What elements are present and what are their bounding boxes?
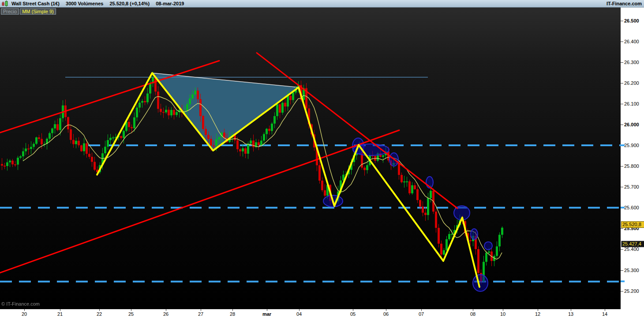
watermark: © IT-Finance.com xyxy=(1,301,40,307)
y-axis-label: 25.300 xyxy=(624,268,639,273)
x-axis-tick xyxy=(605,309,605,311)
y-axis-label: 25.400 xyxy=(624,246,639,252)
y-axis-tick xyxy=(621,270,623,271)
x-axis-label: mar xyxy=(262,311,271,317)
price-chart-canvas[interactable] xyxy=(0,8,621,309)
instrument-title: Wall Street Cash (1€) xyxy=(11,1,60,6)
y-axis-tick xyxy=(621,125,623,125)
x-axis-tick xyxy=(201,309,201,311)
time-axis[interactable]: 20212225262728mar040506070810121314 xyxy=(0,309,621,318)
y-axis-tick xyxy=(621,249,623,250)
y-axis-label: 25.200 xyxy=(624,288,639,294)
x-axis-label: 06 xyxy=(383,311,389,317)
y-axis-label: 26.300 xyxy=(624,60,639,65)
last-price-change: 25.520,8 (+0,14%) xyxy=(109,1,150,6)
y-axis-tick xyxy=(621,228,623,229)
x-axis-tick xyxy=(473,309,473,311)
x-axis-tick xyxy=(24,309,25,311)
x-axis-tick xyxy=(421,309,422,311)
y-axis-label: 26.500 xyxy=(624,18,639,23)
y-axis-tick xyxy=(621,62,623,63)
y-axis-tick xyxy=(621,83,623,83)
x-axis-tick xyxy=(538,309,538,311)
x-axis-tick xyxy=(353,309,353,311)
x-axis-label: 13 xyxy=(568,311,573,317)
y-axis-tick xyxy=(621,42,623,42)
x-axis-label: 05 xyxy=(350,311,356,317)
x-axis-label: 10 xyxy=(500,311,505,317)
header-bar: Wall Street Cash (1€) 3000 Volúmenes 25.… xyxy=(0,0,644,8)
x-axis-tick xyxy=(99,309,100,311)
x-axis-tick xyxy=(166,309,166,311)
x-axis-label: 28 xyxy=(230,311,235,317)
x-axis-label: 27 xyxy=(198,311,203,317)
level-marker xyxy=(621,207,625,208)
x-axis-tick xyxy=(232,309,233,311)
x-axis-label: 12 xyxy=(535,311,540,317)
price-axis[interactable]: 25.520,8 25.427,4 26.50026.40026.30026.2… xyxy=(621,8,644,318)
y-axis-label: 25.800 xyxy=(624,163,639,169)
y-axis-tick xyxy=(621,291,623,292)
x-axis-tick xyxy=(267,309,267,311)
x-axis-label: 26 xyxy=(163,311,168,317)
indicator-tags: Precio MM (Simple 9) xyxy=(1,8,56,15)
candlestick-icon xyxy=(1,0,9,7)
x-axis-tick xyxy=(299,309,300,311)
level-marker xyxy=(621,280,625,282)
x-axis-label: 08 xyxy=(470,311,476,317)
x-axis-label: 07 xyxy=(419,311,424,317)
y-axis-label: 25.900 xyxy=(624,143,639,148)
moving-average-price-box: 25.427,4 xyxy=(621,241,644,247)
moving-average-tag[interactable]: MM (Simple 9) xyxy=(20,8,56,15)
x-axis-label: 22 xyxy=(97,311,102,317)
x-axis-label: 21 xyxy=(57,311,63,317)
y-axis-tick xyxy=(621,104,623,104)
y-axis-tick xyxy=(621,166,623,167)
x-axis-label: 04 xyxy=(296,311,302,317)
last-price-box: 25.520,8 xyxy=(621,221,644,228)
x-axis-label: 25 xyxy=(128,311,134,317)
date-label: 08-mar-2019 xyxy=(156,1,184,6)
level-marker xyxy=(621,144,625,146)
volume-label: 3000 Volúmenes xyxy=(66,1,103,6)
x-axis-tick xyxy=(386,309,386,311)
chart-window: Wall Street Cash (1€) 3000 Volúmenes 25.… xyxy=(0,0,644,318)
y-axis-tick xyxy=(621,187,623,187)
chart-plot-area[interactable] xyxy=(0,8,621,311)
y-axis-tick xyxy=(621,21,623,21)
x-axis-tick xyxy=(503,309,503,311)
y-axis-label: 26.000 xyxy=(624,122,639,127)
x-axis-label: 14 xyxy=(602,311,607,317)
y-axis-label: 25.700 xyxy=(624,184,639,189)
y-axis-label: 26.200 xyxy=(624,80,639,86)
x-axis-label: 20 xyxy=(22,311,27,317)
x-axis-tick xyxy=(571,309,571,311)
x-axis-tick xyxy=(131,309,131,311)
y-axis-label: 25.600 xyxy=(624,205,639,210)
x-axis-tick xyxy=(60,309,60,311)
y-axis-label: 26.400 xyxy=(624,39,639,44)
y-axis-label: 26.100 xyxy=(624,101,639,106)
brand-label: IT-Finance.com xyxy=(607,1,642,6)
price-indicator-tag[interactable]: Precio xyxy=(1,8,19,15)
